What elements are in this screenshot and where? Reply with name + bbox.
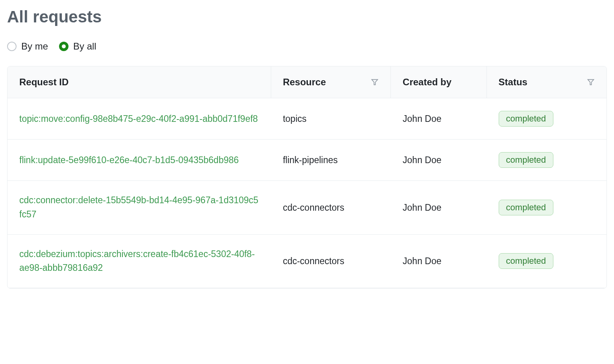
filter-icon[interactable]: [371, 78, 379, 86]
radio-circle-selected-icon: [59, 42, 68, 51]
request-id-link[interactable]: cdc:debezium:topics:archivers:create-fb4…: [19, 249, 255, 273]
table-row: cdc:debezium:topics:archivers:create-fb4…: [7, 235, 607, 288]
created-by-cell: John Doe: [391, 190, 487, 226]
column-header-request-id-label: Request ID: [19, 77, 68, 88]
column-header-resource-label: Resource: [283, 77, 326, 88]
column-header-status[interactable]: Status: [487, 66, 607, 98]
column-header-resource[interactable]: Resource: [271, 66, 391, 98]
radio-by-me[interactable]: By me: [7, 41, 48, 52]
table-body: topic:move:config-98e8b475-e29c-40f2-a99…: [7, 98, 607, 288]
table-row: topic:move:config-98e8b475-e29c-40f2-a99…: [7, 98, 607, 140]
radio-by-me-label: By me: [21, 41, 48, 52]
table-header: Request ID Resource Created by Status: [7, 66, 607, 98]
page-title: All requests: [7, 7, 607, 27]
request-id-link[interactable]: topic:move:config-98e8b475-e29c-40f2-a99…: [19, 114, 258, 124]
filter-icon[interactable]: [587, 78, 595, 86]
created-by-cell: John Doe: [391, 101, 487, 137]
svg-marker-1: [588, 80, 594, 85]
created-by-cell: John Doe: [391, 243, 487, 279]
radio-by-all-label: By all: [73, 41, 96, 52]
resource-cell: topics: [271, 101, 391, 137]
request-id-link[interactable]: flink:update-5e99f610-e26e-40c7-b1d5-094…: [19, 155, 239, 165]
status-badge: completed: [499, 253, 554, 269]
radio-by-all[interactable]: By all: [59, 41, 96, 52]
status-badge: completed: [499, 152, 554, 168]
created-by-cell: John Doe: [391, 142, 487, 178]
resource-cell: flink-pipelines: [271, 142, 391, 178]
resource-cell: cdc-connectors: [271, 243, 391, 279]
requests-table: Request ID Resource Created by Status to…: [7, 66, 607, 289]
resource-cell: cdc-connectors: [271, 190, 391, 226]
table-row: flink:update-5e99f610-e26e-40c7-b1d5-094…: [7, 140, 607, 181]
status-badge: completed: [499, 200, 554, 215]
column-header-created-by-label: Created by: [403, 77, 451, 88]
column-header-request-id[interactable]: Request ID: [7, 66, 271, 98]
radio-circle-icon: [7, 42, 17, 51]
column-header-status-label: Status: [499, 77, 527, 88]
column-header-created-by[interactable]: Created by: [391, 66, 487, 98]
svg-marker-0: [372, 80, 378, 85]
filter-radio-group: By me By all: [7, 41, 607, 52]
table-row: cdc:connector:delete-15b5549b-bd14-4e95-…: [7, 181, 607, 234]
status-badge: completed: [499, 111, 554, 127]
request-id-link[interactable]: cdc:connector:delete-15b5549b-bd14-4e95-…: [19, 195, 258, 219]
